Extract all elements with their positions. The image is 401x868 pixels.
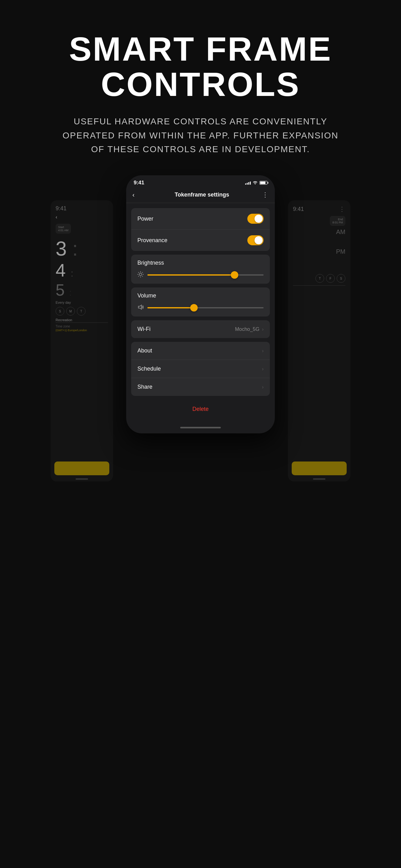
volume-label: Volume [137, 292, 264, 299]
left-indicator [75, 478, 88, 479]
left-side-panel: 9:41 ‹ Start 4:01 AM 3 : 4 : 5 [51, 200, 113, 482]
power-knob [255, 215, 263, 223]
left-panel-time: 9:41 [56, 205, 108, 212]
main-phone: 9:41 [126, 175, 275, 433]
provenance-knob [255, 236, 263, 244]
tag-t: T [77, 307, 86, 316]
recreation-label: Recreation [56, 318, 108, 322]
toggle-section: Power Provenance [131, 208, 270, 251]
signal-icon [245, 181, 251, 185]
about-chevron-icon: › [262, 348, 264, 354]
schedule-chevron-icon: › [262, 366, 264, 372]
right-side-panel: 9:41 ⋮ End 8:01 PM AM PM T F S [288, 200, 350, 482]
left-panel-content: 9:41 ‹ Start 4:01 AM 3 : 4 : 5 [51, 200, 113, 337]
wifi-label: Wi-Fi [137, 326, 151, 333]
status-time: 9:41 [134, 180, 144, 186]
title-line1: SMART FRAME [69, 30, 332, 68]
every-day: Every day [56, 301, 108, 304]
svg-marker-9 [138, 305, 141, 309]
start-label: Start [58, 226, 68, 229]
provenance-toggle-row: Provenance [131, 229, 270, 251]
wifi-value-group: Mocho_5G › [235, 327, 264, 332]
delete-button[interactable]: Delete [131, 401, 270, 417]
brightness-track[interactable] [147, 274, 264, 276]
end-label: End [332, 218, 343, 221]
schedule-row[interactable]: Schedule › [131, 360, 270, 378]
power-toggle[interactable] [247, 214, 264, 224]
wifi-section: Wi-Fi Mocho_5G › [131, 320, 270, 338]
right-more-icon[interactable]: ⋮ [339, 205, 345, 213]
wifi-network-name: Mocho_5G [235, 327, 259, 332]
volume-icon [137, 304, 144, 312]
share-row[interactable]: Share › [131, 378, 270, 396]
svg-point-0 [139, 273, 142, 276]
am-label: AM [293, 228, 345, 236]
volume-thumb[interactable] [190, 304, 198, 312]
nav-back-button[interactable]: ‹ [132, 191, 142, 198]
main-title: SMART FRAME CONTROLS [60, 31, 341, 102]
wifi-chevron-icon: › [262, 327, 264, 332]
share-chevron-icon: › [262, 384, 264, 390]
volume-section: Volume [131, 287, 270, 316]
right-tag-s: S [337, 274, 345, 283]
wifi-status-icon [253, 180, 258, 185]
right-panel-content: 9:41 ⋮ End 8:01 PM AM PM T F S [288, 200, 350, 293]
home-indicator [180, 427, 221, 428]
battery-icon [260, 181, 267, 185]
left-panel-nav: ‹ [56, 214, 108, 220]
status-icons [245, 180, 267, 185]
nav-title: Tokenframe settings [175, 191, 229, 198]
end-time: 8:01 PM [332, 221, 343, 224]
title-line2: CONTROLS [101, 65, 300, 103]
brightness-fill [147, 274, 235, 276]
provenance-toggle[interactable] [247, 235, 264, 245]
pm-label: PM [293, 248, 345, 255]
wifi-row[interactable]: Wi-Fi Mocho_5G › [131, 320, 270, 338]
tag-m: M [66, 307, 75, 316]
volume-fill [147, 307, 194, 308]
svg-line-7 [138, 276, 139, 277]
page-wrapper: SMART FRAME CONTROLS USEFUL HARDWARE CON… [0, 0, 401, 868]
clock-5: 5 : [56, 282, 108, 298]
subtitle-text: USEFUL HARDWARE CONTROLS ARE CONVENIENTL… [60, 115, 341, 157]
menu-section: About › Schedule › Share › [131, 342, 270, 396]
timezone-label: Time zone [56, 324, 108, 328]
right-indicator [313, 478, 326, 479]
power-toggle-row: Power [131, 208, 270, 229]
right-tag-row: T F S [293, 274, 345, 283]
clock-3: 3 : [56, 239, 108, 259]
power-label: Power [137, 216, 153, 222]
volume-track[interactable] [147, 307, 264, 308]
right-bottom-bar[interactable] [292, 462, 347, 475]
brightness-section: Brightness [131, 255, 270, 284]
about-label: About [137, 347, 152, 354]
right-tag-f: F [326, 274, 335, 283]
status-bar: 9:41 [126, 175, 275, 188]
right-tag-t: T [315, 274, 324, 283]
nav-bar: ‹ Tokenframe settings ⋮ [126, 188, 275, 203]
nav-more-button[interactable]: ⋮ [262, 191, 269, 198]
share-label: Share [137, 384, 153, 390]
timezone-value: (GMT+1) Europe/London [56, 329, 108, 332]
clock-4: 4 : [56, 261, 108, 279]
right-time: 9:41 [293, 206, 304, 213]
provenance-label: Provenance [137, 237, 167, 244]
svg-line-6 [142, 276, 143, 277]
delete-section: Delete [131, 401, 270, 417]
phone-container: 9:41 ‹ Start 4:01 AM 3 : 4 : 5 [63, 175, 338, 433]
start-time: 4:01 AM [58, 229, 68, 232]
brightness-slider-row [137, 271, 264, 279]
about-row[interactable]: About › [131, 342, 270, 360]
svg-line-5 [138, 272, 139, 273]
volume-slider-row [137, 304, 264, 312]
tag-s: S [56, 307, 64, 316]
header-section: SMART FRAME CONTROLS USEFUL HARDWARE CON… [41, 31, 360, 157]
brightness-label: Brightness [137, 260, 264, 266]
svg-line-8 [142, 272, 143, 273]
left-tag-row: S M T [56, 307, 108, 316]
brightness-icon [137, 271, 144, 279]
settings-content: Power Provenance Brightness [126, 208, 275, 417]
left-bottom-bar[interactable] [54, 462, 109, 475]
left-back-icon[interactable]: ‹ [56, 214, 57, 220]
brightness-thumb[interactable] [231, 271, 238, 279]
